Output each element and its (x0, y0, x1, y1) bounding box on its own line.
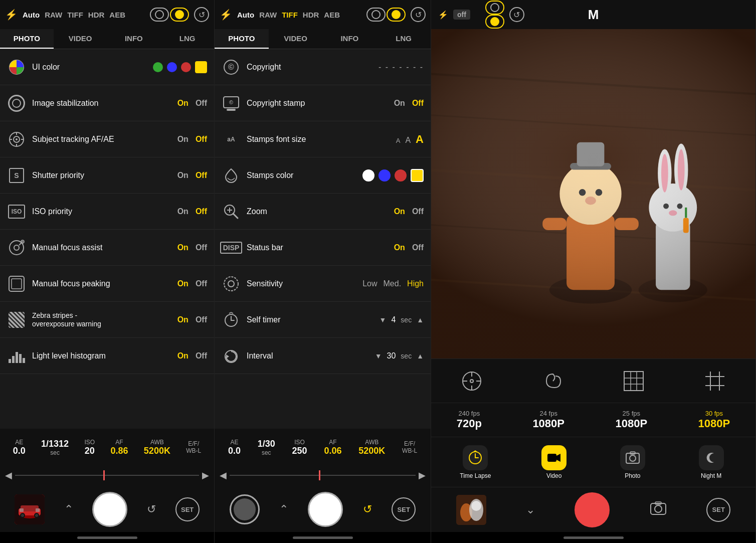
manual-focus-assist-on[interactable]: On (177, 243, 188, 252)
self-timer-up[interactable]: ▲ (417, 316, 424, 324)
manual-focus-peaking-on[interactable]: On (177, 279, 188, 288)
image-stabilization-off[interactable]: Off (196, 99, 207, 108)
copyright-stamp-on[interactable]: On (394, 99, 405, 108)
format-hdr-left[interactable]: HDR (88, 11, 105, 19)
mode-item-timelapse[interactable]: Time Lapse (455, 445, 495, 479)
image-stabilization-on[interactable]: On (177, 99, 188, 108)
shutter-btn-right[interactable] (575, 492, 610, 527)
zoom-off[interactable]: Off (412, 207, 424, 216)
dual-circle-right[interactable] (485, 1, 504, 29)
mode-item-video[interactable]: Video (534, 445, 574, 479)
mode-item-photo[interactable]: Photo (613, 445, 653, 479)
fps-240-720[interactable]: 240 fps 720p (457, 410, 482, 430)
zoom-on[interactable]: On (394, 207, 405, 216)
slider-track-left[interactable] (15, 475, 199, 476)
stamp-color-yellow[interactable] (411, 169, 424, 182)
interval-down[interactable]: ▼ (375, 352, 382, 360)
sensitivity-low[interactable]: Low (362, 279, 377, 288)
tab-video-left[interactable]: VIDEO (54, 29, 107, 49)
iso-priority-on[interactable]: On (177, 207, 188, 216)
subject-tracking-off[interactable]: Off (196, 135, 207, 144)
flash-icon-left[interactable]: ⚡ (5, 9, 18, 21)
chevron-up-btn-mid[interactable]: ⌃ (279, 503, 288, 516)
mode-auto-mid[interactable]: Auto (237, 11, 254, 19)
manual-focus-assist-off[interactable]: Off (196, 243, 207, 252)
sensitivity-med[interactable]: Med. (384, 279, 402, 288)
color-dot-blue[interactable] (167, 62, 177, 72)
shutter-ring-mid[interactable] (230, 494, 260, 524)
color-dot-red[interactable] (181, 62, 191, 72)
shutter-btn-left[interactable] (92, 492, 127, 527)
fps-30-1080[interactable]: 30 fps 1080P (698, 410, 730, 430)
tab-video-mid[interactable]: VIDEO (269, 29, 323, 49)
tab-lng-mid[interactable]: LNG (376, 29, 431, 49)
focus-mode-grid[interactable] (619, 370, 649, 393)
light-histogram-on[interactable]: On (177, 351, 188, 360)
timer-icon-mid[interactable]: ↺ (363, 503, 372, 516)
tab-lng-left[interactable]: LNG (160, 29, 214, 49)
viewfinder[interactable] (431, 29, 755, 358)
font-size-large[interactable]: A (416, 133, 424, 146)
dual-circle-mid[interactable] (366, 8, 406, 22)
set-btn-mid[interactable]: SET (392, 497, 416, 521)
rotate-icon-right[interactable]: ↺ (509, 7, 524, 22)
light-histogram-off[interactable]: Off (196, 351, 207, 360)
tab-photo-left[interactable]: PHOTO (0, 29, 54, 49)
color-dot-yellow[interactable] (195, 61, 207, 73)
focus-mode-spiral[interactable] (538, 370, 568, 393)
slider-left-arrow[interactable]: ◀ (5, 470, 12, 481)
flash-icon-right[interactable]: ⚡ (438, 10, 448, 20)
shutter-priority-on[interactable]: On (177, 171, 188, 180)
focus-mode-crosshair[interactable] (457, 370, 487, 393)
chevron-up-btn-left[interactable]: ⌃ (64, 503, 73, 516)
zebra-stripes-on[interactable]: On (177, 315, 188, 324)
slider-left-arrow-mid[interactable]: ◀ (220, 470, 227, 481)
flash-icon-mid[interactable]: ⚡ (220, 9, 232, 21)
tab-info-left[interactable]: INFO (107, 29, 161, 49)
thumbnail-right[interactable] (456, 495, 486, 525)
stamp-color-blue[interactable] (379, 169, 391, 182)
sensitivity-high[interactable]: High (407, 279, 424, 288)
fps-25-1080[interactable]: 25 fps 1080P (615, 410, 647, 430)
tab-info-mid[interactable]: INFO (323, 29, 377, 49)
interval-up[interactable]: ▲ (417, 352, 424, 360)
shutter-priority-off[interactable]: Off (196, 171, 207, 180)
subject-tracking-on[interactable]: On (177, 135, 188, 144)
set-btn-left[interactable]: SET (175, 497, 200, 521)
format-raw-left[interactable]: RAW (45, 11, 62, 19)
set-btn-right[interactable]: SET (706, 498, 730, 522)
timer-icon-left[interactable]: ↺ (147, 503, 156, 516)
rotate-icon-left[interactable]: ↺ (194, 7, 209, 22)
format-aeb-left[interactable]: AEB (109, 11, 125, 19)
fps-24-1080[interactable]: 24 fps 1080P (532, 410, 564, 430)
status-bar-on[interactable]: On (394, 243, 405, 252)
chevron-down-btn-right[interactable]: ⌄ (526, 503, 535, 516)
rotate-icon-mid[interactable]: ↺ (411, 7, 426, 22)
zebra-stripes-off[interactable]: Off (196, 315, 207, 324)
focus-mode-hash[interactable] (700, 370, 730, 393)
format-hdr-mid[interactable]: HDR (303, 11, 319, 19)
stamp-color-red[interactable] (395, 169, 407, 182)
slider-right-arrow-mid[interactable]: ▶ (419, 470, 426, 481)
thumbnail-left[interactable] (15, 494, 45, 524)
status-bar-off[interactable]: Off (412, 243, 424, 252)
format-tiff-left[interactable]: TIFF (67, 11, 83, 19)
stamp-color-white[interactable] (362, 169, 374, 182)
format-aeb-mid[interactable]: AEB (324, 11, 340, 19)
mode-item-night[interactable]: Night M (691, 445, 731, 479)
slider-right-arrow[interactable]: ▶ (202, 470, 209, 481)
slider-track-mid[interactable] (230, 475, 416, 476)
format-tiff-mid[interactable]: TIFF (282, 11, 298, 19)
tab-photo-mid[interactable]: PHOTO (215, 29, 269, 49)
dual-circle-left[interactable] (150, 8, 189, 22)
manual-focus-peaking-off[interactable]: Off (196, 279, 207, 288)
shutter-btn-mid[interactable] (308, 492, 343, 527)
format-raw-mid[interactable]: RAW (259, 11, 277, 19)
font-size-small[interactable]: A (396, 137, 401, 144)
self-timer-down[interactable]: ▼ (380, 316, 387, 324)
iso-priority-off[interactable]: Off (196, 207, 207, 216)
font-size-med[interactable]: A (405, 136, 411, 145)
camera-icon-right[interactable] (650, 500, 667, 520)
color-dot-green[interactable] (153, 62, 163, 72)
mode-auto-left[interactable]: Auto (23, 11, 40, 19)
